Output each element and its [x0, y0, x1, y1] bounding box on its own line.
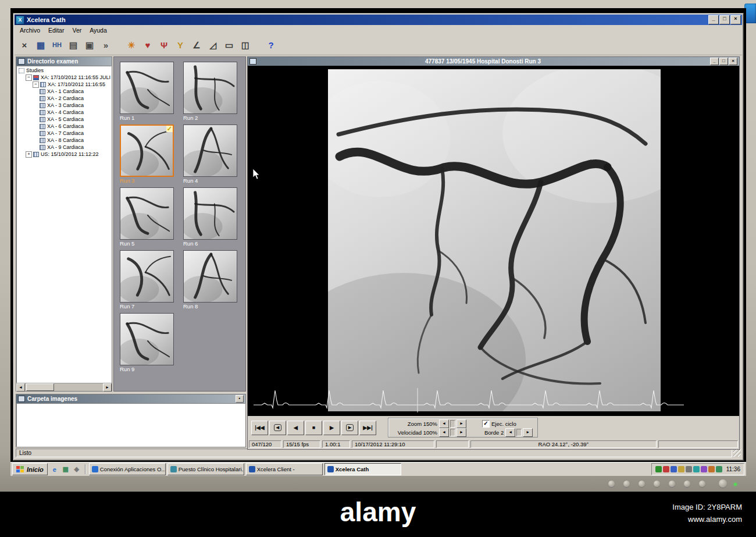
- resize-grip[interactable]: [733, 449, 741, 457]
- task-button[interactable]: Xcelera Client -: [246, 463, 323, 475]
- collapse-icon[interactable]: −: [26, 74, 32, 81]
- thumbnail-run-3[interactable]: ✓Run 3: [120, 125, 176, 184]
- tray-icon-5[interactable]: [686, 466, 692, 472]
- minimize-button[interactable]: _: [708, 15, 719, 24]
- task-button[interactable]: Conexión Aplicaciones O...: [89, 463, 166, 475]
- display-settings-button[interactable]: ▭: [222, 38, 237, 52]
- goto-last-button[interactable]: ▶▶|: [359, 421, 376, 435]
- menu-archivo[interactable]: Archivo: [16, 26, 45, 34]
- menu-ver[interactable]: Ver: [69, 26, 86, 34]
- frame-tools-button[interactable]: ◫: [238, 38, 253, 52]
- close-button[interactable]: ×: [729, 58, 737, 65]
- tray-icon-6[interactable]: [693, 466, 700, 472]
- thumbnail-run-6[interactable]: Run 6: [183, 187, 240, 247]
- help-button[interactable]: ?: [263, 38, 279, 52]
- delete-button[interactable]: ×: [17, 38, 32, 52]
- velocidad-decrease-button[interactable]: ◄: [439, 428, 449, 437]
- play-reverse-button[interactable]: ◀: [287, 421, 304, 435]
- thumbnail-run-1[interactable]: Run 1: [120, 62, 176, 121]
- tree-item[interactable]: XA - 9 Cardiaca: [17, 144, 111, 151]
- start-button[interactable]: Inicio: [12, 463, 48, 475]
- borde-decrease-button[interactable]: ◄: [505, 428, 515, 437]
- menu-ayuda[interactable]: Ayuda: [86, 26, 112, 34]
- export-button[interactable]: »: [98, 38, 113, 52]
- print-button[interactable]: ▣: [82, 38, 97, 52]
- coronary-analysis-button[interactable]: Ψ: [156, 38, 172, 52]
- angiogram-frame: [328, 69, 661, 411]
- viewer-title: 477837 13/05/1945 Hospital Donosti Run 3: [258, 58, 708, 65]
- delete-icon: ×: [22, 41, 27, 49]
- minimize-button[interactable]: _: [710, 58, 719, 65]
- collapse-icon[interactable]: −: [33, 81, 39, 88]
- goto-first-button[interactable]: |◀◀: [251, 421, 268, 435]
- tray-icon-9[interactable]: [716, 466, 722, 472]
- tray-icon-1[interactable]: [655, 466, 662, 472]
- tree-item[interactable]: XA - 5 Cardiaca: [17, 116, 111, 123]
- angle-measure-button[interactable]: ∠: [189, 38, 204, 52]
- thumbnail-run-4[interactable]: Run 4: [183, 125, 240, 184]
- ie-shortcut[interactable]: e: [49, 464, 60, 475]
- tree-item[interactable]: XA - 4 Cardiaca: [17, 109, 111, 116]
- tree-item[interactable]: XA - 2 Cardiaca: [17, 95, 111, 102]
- task-label: Xcelera Client -: [257, 466, 295, 472]
- zoom-slider[interactable]: [450, 420, 455, 428]
- tray-icon-2[interactable]: [663, 466, 669, 472]
- play-button[interactable]: ▶: [323, 421, 340, 435]
- tree-item[interactable]: Studies: [17, 67, 111, 74]
- thumbnail-run-9[interactable]: Run 9: [120, 313, 176, 372]
- scroll-left-button[interactable]: ◄: [16, 383, 25, 392]
- zoom-decrease-button[interactable]: ◄: [439, 419, 449, 428]
- thumbnail-run-2[interactable]: Run 2: [183, 62, 240, 121]
- zoom-label: Zoom 150%: [393, 421, 437, 427]
- borde-slider[interactable]: [516, 429, 522, 436]
- borde-increase-button[interactable]: ►: [523, 428, 533, 437]
- tree-item[interactable]: −XA: 17/10/2012 11:16:55JULI: [17, 74, 111, 81]
- step-forward-button[interactable]: ▶: [341, 421, 358, 435]
- scroll-thumb[interactable]: [26, 383, 54, 391]
- thumbnail-image: [120, 250, 174, 303]
- thumbnail-label: Run 7: [120, 303, 176, 310]
- tray-icon-7[interactable]: [701, 466, 707, 472]
- lv-analysis-button[interactable]: ♥: [140, 38, 155, 52]
- app-shortcut[interactable]: ◆: [72, 464, 82, 475]
- menu-editar[interactable]: Editar: [45, 26, 69, 34]
- maximize-button[interactable]: □: [719, 58, 728, 65]
- tree-item[interactable]: XA - 6 Cardiaca: [17, 123, 111, 130]
- tree-item[interactable]: −XA: 17/10/2012 11:16:55: [17, 81, 111, 88]
- panel-collapse-button[interactable]: ▪: [236, 395, 244, 403]
- tray-icon-8[interactable]: [708, 466, 715, 472]
- caliper-button[interactable]: ◿: [205, 38, 220, 52]
- tree-item[interactable]: +US: 15/10/2012 11:12:22: [17, 151, 111, 158]
- tray-icon-4[interactable]: [678, 466, 684, 472]
- zoom-increase-button[interactable]: ►: [457, 419, 466, 428]
- thumbnail-run-8[interactable]: Run 8: [183, 250, 240, 310]
- maximize-button[interactable]: □: [719, 15, 730, 24]
- thumbnail-run-7[interactable]: Run 7: [120, 250, 176, 310]
- step-back-button[interactable]: ◀: [269, 421, 286, 435]
- close-button[interactable]: ×: [730, 15, 741, 24]
- desktop-shortcut[interactable]: ▦: [60, 464, 71, 475]
- expand-icon[interactable]: +: [26, 151, 32, 158]
- scroll-track[interactable]: [25, 383, 103, 391]
- save-button[interactable]: ▦: [33, 38, 48, 52]
- ejec-ciclo-checkbox[interactable]: ✓: [482, 420, 490, 428]
- stop-button[interactable]: ■: [305, 421, 322, 435]
- tree-item[interactable]: XA - 3 Cardiaca: [17, 102, 111, 109]
- scroll-right-button[interactable]: ►: [103, 383, 112, 392]
- tree-item[interactable]: XA - 8 Cardiaca: [17, 137, 111, 144]
- velocidad-slider[interactable]: [450, 429, 455, 436]
- thumbnail-run-5[interactable]: Run 5: [120, 187, 176, 247]
- watermark-image-id: Image ID: 2Y8PARM: [672, 501, 742, 513]
- brightness-button[interactable]: ☀: [124, 38, 139, 52]
- task-button[interactable]: Xcelera Cath: [324, 463, 401, 475]
- tree-item[interactable]: XA - 7 Cardiaca: [17, 130, 111, 137]
- copy-button[interactable]: ▤: [66, 38, 81, 52]
- tree-item[interactable]: XA - 1 Cardiaca: [17, 88, 111, 95]
- study-manager-button[interactable]: HH: [49, 38, 65, 52]
- velocidad-increase-button[interactable]: ►: [457, 428, 466, 437]
- tree-item-label: XA - 4 Cardiaca: [47, 109, 84, 115]
- task-button[interactable]: Puesto Clínico Hospitalari...: [167, 463, 244, 475]
- vessel-analysis-button[interactable]: Y: [173, 38, 188, 52]
- tree-horizontal-scrollbar[interactable]: ◄ ►: [16, 383, 112, 391]
- tray-icon-3[interactable]: [671, 466, 677, 472]
